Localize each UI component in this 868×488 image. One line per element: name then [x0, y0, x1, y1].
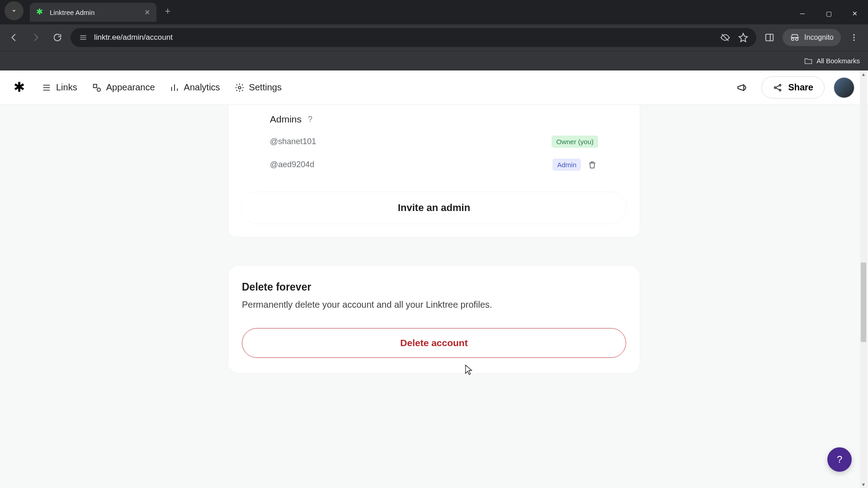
app-header: ✱ Links Appearance Analytics [0, 70, 868, 105]
favicon-icon: ✱ [36, 8, 45, 17]
side-panel-button[interactable] [761, 29, 778, 46]
nav-settings-label: Settings [249, 82, 282, 93]
scroll-down-arrow-icon[interactable]: ▼ [860, 481, 867, 488]
vertical-scrollbar[interactable]: ▲ ▼ [860, 70, 867, 488]
delete-account-button[interactable]: Delete account [242, 328, 626, 358]
invite-admin-button[interactable]: Invite an admin [241, 192, 627, 224]
main-nav: Links Appearance Analytics Settings [42, 82, 282, 93]
all-bookmarks-label: All Bookmarks [816, 57, 860, 65]
svg-point-3 [853, 37, 854, 38]
browser-window: ✱ Linktree Admin ✕ + ─ ▢ ✕ linktr.ee/adm… [0, 0, 868, 488]
remove-admin-button[interactable] [586, 159, 598, 171]
page-viewport: ✱ Links Appearance Analytics [0, 70, 868, 488]
tab-strip: ✱ Linktree Admin ✕ + [0, 0, 175, 24]
forward-button[interactable] [27, 29, 44, 46]
minimize-button[interactable]: ─ [789, 3, 816, 24]
admin-row: @shanet101 Owner (you) [241, 130, 627, 153]
nav-links[interactable]: Links [42, 82, 77, 93]
admin-username: @aed9204d [270, 160, 314, 169]
linktree-admin-page: ✱ Links Appearance Analytics [0, 70, 868, 488]
maximize-button[interactable]: ▢ [816, 3, 842, 24]
back-button[interactable] [5, 29, 23, 46]
svg-point-9 [779, 84, 781, 86]
reload-button[interactable] [49, 29, 66, 46]
list-icon [42, 83, 52, 93]
header-right: Share [732, 76, 854, 99]
share-label: Share [788, 82, 813, 93]
nav-appearance[interactable]: Appearance [92, 82, 155, 93]
incognito-label: Incognito [804, 33, 834, 42]
svg-rect-0 [766, 34, 774, 41]
nav-links-label: Links [56, 82, 77, 93]
bookmarks-bar: All Bookmarks [0, 51, 868, 70]
svg-rect-5 [93, 84, 96, 87]
site-settings-icon[interactable] [79, 33, 88, 42]
role-badge-owner: Owner (you) [552, 136, 598, 148]
trash-icon [588, 160, 597, 169]
invite-admin-label: Invite an admin [398, 202, 470, 213]
tab-search-button[interactable] [5, 1, 24, 20]
nav-analytics-label: Analytics [184, 82, 220, 93]
eye-off-icon[interactable] [720, 33, 730, 42]
content-scroll[interactable]: Admins ? @shanet101 Owner (you) @aed9204… [0, 105, 868, 488]
addr-icons [720, 33, 748, 42]
nav-analytics[interactable]: Analytics [170, 82, 220, 93]
admin-username: @shanet101 [270, 137, 316, 146]
tab-title: Linktree Admin [50, 9, 140, 16]
new-tab-button[interactable]: + [160, 4, 175, 19]
admins-card: Admins ? @shanet101 Owner (you) @aed9204… [228, 105, 640, 237]
delete-title: Delete forever [242, 281, 626, 293]
svg-point-8 [774, 87, 776, 89]
star-icon[interactable] [738, 33, 748, 42]
role-badge-admin: Admin [552, 159, 581, 171]
browser-menu-button[interactable] [845, 29, 863, 46]
nav-settings[interactable]: Settings [235, 82, 282, 93]
nav-appearance-label: Appearance [106, 82, 155, 93]
admin-row: @aed9204d Admin [241, 153, 627, 176]
megaphone-icon [736, 82, 748, 94]
admins-title: Admins [270, 114, 302, 125]
help-fab-button[interactable]: ? [827, 447, 852, 472]
svg-point-2 [853, 34, 854, 36]
incognito-chip[interactable]: Incognito [783, 29, 841, 46]
svg-point-4 [853, 39, 854, 41]
shapes-icon [92, 83, 102, 93]
browser-toolbar: linktr.ee/admin/account Incognito [0, 24, 868, 51]
tab-close-icon[interactable]: ✕ [144, 8, 150, 17]
scrollbar-thumb[interactable] [861, 263, 866, 342]
all-bookmarks-button[interactable]: All Bookmarks [804, 56, 860, 66]
share-button[interactable]: Share [761, 76, 825, 99]
svg-point-7 [238, 86, 241, 89]
delete-description: Permanently delete your account and all … [242, 300, 626, 310]
delete-account-card: Delete forever Permanently delete your a… [228, 266, 640, 373]
url-text: linktr.ee/admin/account [94, 33, 714, 42]
linktree-logo-icon[interactable]: ✱ [14, 80, 28, 95]
window-controls: ─ ▢ ✕ [789, 3, 868, 24]
content-inner: Admins ? @shanet101 Owner (you) @aed9204… [228, 105, 640, 409]
titlebar: ✱ Linktree Admin ✕ + ─ ▢ ✕ [0, 0, 868, 24]
address-bar[interactable]: linktr.ee/admin/account [71, 28, 756, 47]
bar-chart-icon [170, 83, 179, 93]
admins-help-icon[interactable]: ? [308, 115, 312, 124]
close-window-button[interactable]: ✕ [842, 3, 868, 24]
share-icon [773, 83, 783, 93]
browser-tab[interactable]: ✱ Linktree Admin ✕ [30, 3, 156, 22]
help-fab-label: ? [837, 454, 842, 465]
admins-heading-row: Admins ? [241, 107, 627, 130]
gear-icon [235, 83, 245, 93]
delete-account-label: Delete account [400, 338, 467, 348]
announcements-button[interactable] [732, 78, 752, 98]
avatar[interactable] [834, 77, 854, 98]
svg-point-6 [97, 88, 100, 91]
scroll-up-arrow-icon[interactable]: ▲ [860, 70, 867, 78]
svg-point-10 [779, 89, 781, 91]
